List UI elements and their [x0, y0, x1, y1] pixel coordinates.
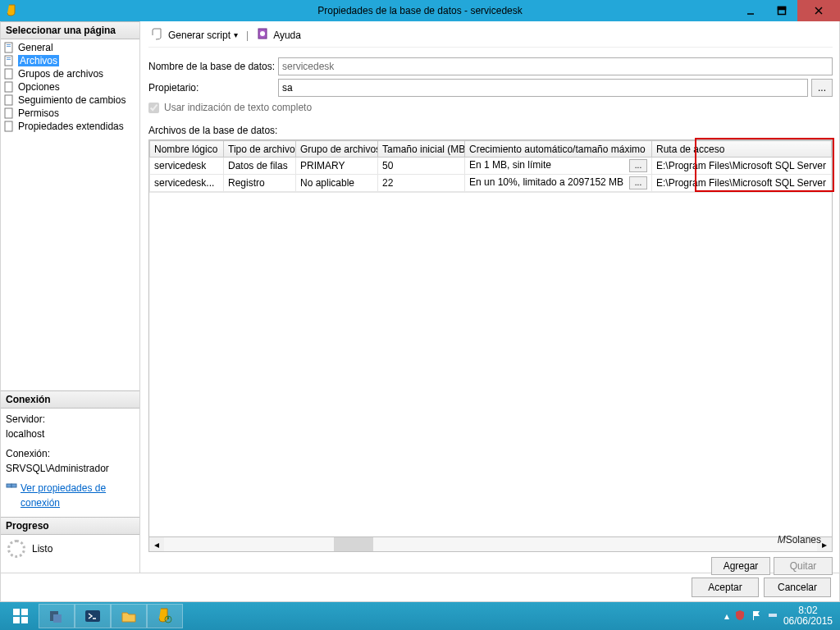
col-file-type[interactable]: Tipo de archivo [224, 141, 296, 158]
nav-label: Seguimiento de cambios [18, 94, 126, 106]
toolbar-separator: | [246, 30, 249, 41]
titlebar: Propiedades de la base de datos - servic… [0, 0, 840, 21]
nav-item-permissions[interactable]: Permisos [1, 107, 139, 120]
svg-rect-30 [769, 614, 773, 617]
server-label: Servidor: [6, 412, 135, 427]
add-file-button[interactable]: Agregar [711, 557, 770, 575]
cell-autogrowth: En 1 MB, sin límite... [465, 158, 652, 175]
page-icon [2, 81, 16, 93]
cancel-button[interactable]: Cancelar [764, 578, 831, 597]
progress-row: Listo [1, 535, 139, 573]
minimize-button[interactable] [735, 0, 766, 21]
svg-rect-25 [53, 614, 62, 623]
grid-hscrollbar[interactable]: ◂ ▸ [148, 537, 833, 552]
nav-label: General [18, 42, 53, 53]
progress-state: Listo [32, 543, 52, 555]
maximize-button[interactable] [766, 0, 797, 21]
taskbar-servermanager[interactable] [39, 604, 75, 628]
cell-path[interactable]: E:\Program Files\Microsoft SQL Server [652, 158, 832, 175]
autogrowth-ellipsis-button[interactable]: ... [629, 159, 647, 172]
progress-header: Progreso [1, 517, 139, 535]
svg-rect-23 [21, 617, 28, 623]
tray-flag-icon[interactable] [751, 609, 762, 623]
nav-item-options[interactable]: Opciones [1, 80, 139, 94]
cell-logical-name[interactable]: servicedesk [150, 158, 224, 175]
svg-rect-21 [21, 609, 28, 615]
help-label: Ayuda [273, 30, 301, 41]
table-row[interactable]: servicedesk Datos de filas PRIMARY 50 En… [150, 158, 832, 175]
view-connection-link[interactable]: Ver propiedades de conexión [21, 481, 135, 510]
chevron-down-icon: ▾ [234, 30, 238, 39]
grid-header-row: Nombre lógico Tipo de archivo Grupo de a… [150, 141, 832, 158]
svg-rect-15 [5, 121, 12, 131]
nav-label: Opciones [18, 81, 60, 93]
page-icon [2, 121, 16, 132]
fulltext-label: Usar indización de texto completo [164, 102, 312, 113]
ok-button[interactable]: Aceptar [692, 578, 759, 597]
script-label: Generar script [168, 30, 231, 41]
scroll-right-button[interactable]: ▸ [817, 537, 832, 551]
nav-label: Permisos [18, 107, 59, 119]
nav-item-archivos[interactable]: Archivos [1, 54, 139, 67]
server-value: localhost [6, 427, 135, 441]
right-panel: Generar script ▾ | Ayuda Nombre de la ba… [140, 21, 839, 573]
tray-shield-icon[interactable] [734, 609, 746, 623]
nav-item-changetracking[interactable]: Seguimiento de cambios [1, 94, 139, 107]
grid-empty-area [149, 192, 832, 536]
connection-properties-icon [6, 481, 17, 496]
svg-rect-17 [11, 484, 16, 487]
svg-rect-16 [7, 484, 11, 487]
owner-input[interactable] [278, 79, 808, 97]
autogrowth-ellipsis-button[interactable]: ... [629, 176, 647, 189]
svg-rect-31 [773, 614, 777, 617]
taskbar-powershell[interactable] [75, 604, 111, 628]
nav-item-extprops[interactable]: Propiedades extendidas [1, 120, 139, 133]
taskbar-explorer[interactable] [111, 604, 147, 628]
nav-item-filegroups[interactable]: Grupos de archivos [1, 67, 139, 80]
svg-rect-14 [5, 108, 12, 118]
cell-path[interactable]: E:\Program Files\Microsoft SQL Server [652, 175, 832, 192]
grid-title: Archivos de la base de datos: [148, 125, 833, 136]
tray-network-icon[interactable] [767, 609, 778, 623]
scroll-track[interactable] [164, 537, 817, 551]
left-panel: Seleccionar una página General Archivos … [1, 21, 140, 573]
files-grid[interactable]: Nombre lógico Tipo de archivo Grupo de a… [148, 139, 833, 537]
generate-script-button[interactable]: Generar script ▾ [148, 25, 241, 44]
cell-logical-name[interactable]: servicedesk... [150, 175, 224, 192]
connection-label: Conexión: [6, 446, 135, 461]
svg-rect-10 [7, 59, 11, 60]
connection-header: Conexión [1, 390, 139, 409]
svg-rect-5 [5, 43, 12, 52]
close-button[interactable] [797, 0, 840, 21]
table-row[interactable]: servicedesk... Registro No aplicable 22 … [150, 175, 832, 192]
taskbar-clock[interactable]: 8:02 06/06/2015 [783, 605, 833, 627]
svg-rect-29 [753, 611, 754, 620]
connection-value: SRVSQL\Administrador [6, 461, 135, 476]
help-button[interactable]: Ayuda [253, 25, 304, 44]
col-path[interactable]: Ruta de acceso [652, 141, 832, 158]
svg-rect-6 [7, 44, 11, 45]
page-nav-list: General Archivos Grupos de archivos Opci… [1, 39, 139, 135]
help-icon [257, 27, 270, 43]
tray-chevron-icon[interactable]: ▴ [724, 610, 729, 622]
cell-filegroup: No aplicable [296, 175, 378, 192]
nav-item-general[interactable]: General [1, 41, 139, 54]
script-icon [152, 27, 165, 43]
col-initial-size[interactable]: Tamaño inicial (MB) [378, 141, 465, 158]
owner-browse-button[interactable]: ... [811, 79, 833, 97]
start-button[interactable] [2, 604, 39, 628]
cell-file-type: Registro [224, 175, 296, 192]
window-title: Propiedades de la base de datos - servic… [0, 5, 840, 16]
scroll-thumb[interactable] [334, 537, 373, 551]
col-filegroup[interactable]: Grupo de archivos [296, 141, 378, 158]
cell-initial-size[interactable]: 50 [378, 158, 465, 175]
cell-initial-size[interactable]: 22 [378, 175, 465, 192]
system-tray: ▴ 8:02 06/06/2015 [724, 605, 838, 627]
taskbar-ssms[interactable] [147, 604, 183, 628]
app-icon [3, 2, 21, 20]
col-logical-name[interactable]: Nombre lógico [150, 141, 224, 158]
page-icon [2, 42, 16, 53]
scroll-left-button[interactable]: ◂ [149, 537, 164, 551]
col-autogrowth[interactable]: Crecimiento automático/tamaño máximo [465, 141, 652, 158]
cell-filegroup[interactable]: PRIMARY [296, 158, 378, 175]
